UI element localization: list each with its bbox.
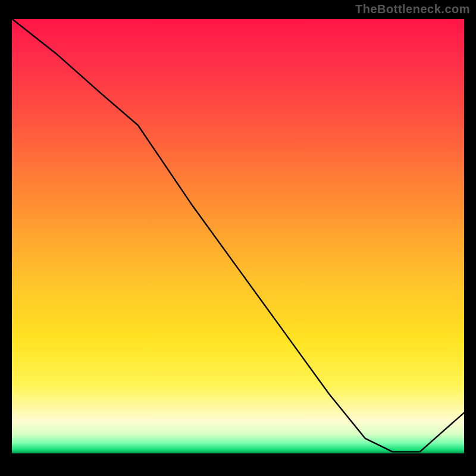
plot-outer — [11, 18, 465, 465]
chart-line — [11, 18, 465, 452]
line-chart-svg — [11, 18, 465, 465]
chart-frame: TheBottleneck.com — [0, 0, 476, 476]
watermark-text: TheBottleneck.com — [355, 2, 470, 16]
